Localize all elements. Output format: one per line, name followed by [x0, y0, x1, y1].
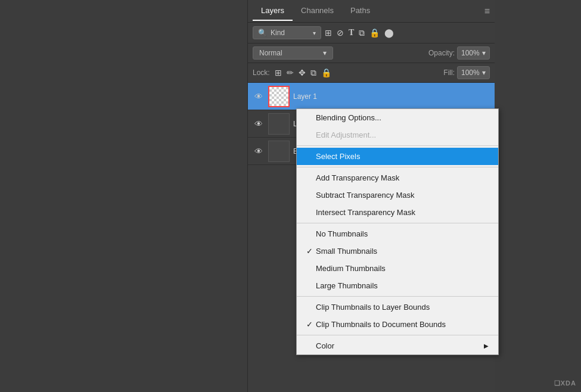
eye-icon[interactable]: 👁 — [253, 118, 265, 130]
panel-menu-icon[interactable]: ≡ — [484, 6, 490, 17]
menu-item-label: Subtract Transparency Mask — [316, 191, 414, 200]
lock-all-icon[interactable]: 🔒 — [321, 68, 331, 78]
layer-thumbnail — [268, 113, 290, 135]
kind-row: 🔍 Kind ▾ ⊞ ⊘ T ⧉ 🔒 ⬤ — [248, 23, 495, 43]
search-icon: 🔍 — [258, 29, 267, 37]
eye-icon[interactable]: 👁 — [253, 91, 265, 102]
opacity-value[interactable]: 100% ▾ — [457, 46, 490, 60]
kind-icon-shape[interactable]: ⧉ — [359, 28, 365, 38]
menu-item[interactable]: Color▶ — [297, 337, 498, 354]
fill-value[interactable]: 100% ▾ — [457, 66, 490, 79]
left-panel — [0, 0, 247, 392]
layer-item[interactable]: 👁 Layer 1 — [248, 83, 495, 110]
menu-divider — [297, 167, 498, 167]
tab-bar: Layers Channels Paths ≡ — [248, 0, 495, 23]
kind-icon-smart[interactable]: 🔒 — [369, 28, 380, 38]
lock-row: Lock: ⊞ ✏ ✥ ⧉ 🔒 Fill: 100% ▾ — [248, 63, 495, 83]
thumb-dark — [269, 141, 289, 161]
tab-paths[interactable]: Paths — [342, 1, 378, 21]
menu-item[interactable]: Select Pixels — [297, 148, 498, 165]
menu-item-label: Small Thumbnails — [316, 247, 377, 256]
xda-watermark: ❑XDA — [554, 379, 576, 387]
menu-item[interactable]: Subtract Transparency Mask — [297, 186, 498, 204]
menu-item-label: Blending Options... — [316, 113, 381, 122]
menu-submenu-arrow: ▶ — [484, 343, 489, 349]
menu-item-label: Large Thumbnails — [316, 281, 378, 290]
tab-layers[interactable]: Layers — [253, 1, 293, 21]
menu-checkmark: ✓ — [306, 247, 316, 256]
menu-divider — [297, 223, 498, 223]
menu-item-label: Clip Thumbnails to Document Bounds — [316, 320, 446, 329]
opacity-arrow: ▾ — [482, 49, 486, 57]
opacity-number: 100% — [461, 49, 480, 57]
menu-item[interactable]: ✓Clip Thumbnails to Document Bounds — [297, 316, 498, 333]
opacity-label: Opacity: — [428, 49, 455, 57]
lock-label: Lock: — [253, 69, 270, 77]
layer-thumbnail — [268, 141, 290, 162]
menu-item: Edit Adjustment... — [297, 126, 498, 144]
kind-icon-adjustment[interactable]: ⊘ — [337, 28, 344, 38]
kind-icons: ⊞ ⊘ T ⧉ 🔒 ⬤ — [325, 28, 394, 38]
blend-dropdown-arrow: ▾ — [323, 49, 327, 57]
fill-group: Fill: 100% ▾ — [443, 66, 490, 79]
kind-icon-type[interactable]: T — [349, 28, 354, 38]
menu-item-label: No Thumbnails — [316, 229, 368, 238]
menu-item-label: Medium Thumbnails — [316, 264, 386, 273]
menu-divider — [297, 145, 498, 146]
menu-item[interactable]: Clip Thumbnails to Layer Bounds — [297, 298, 498, 316]
menu-item[interactable]: ✓Small Thumbnails — [297, 242, 498, 260]
tab-channels[interactable]: Channels — [293, 1, 342, 21]
blend-mode-select[interactable]: Normal ▾ — [253, 46, 333, 60]
context-menu: Blending Options...Edit Adjustment...Sel… — [296, 108, 499, 355]
kind-select[interactable]: 🔍 Kind ▾ — [253, 26, 321, 39]
kind-icon-pixel[interactable]: ⬤ — [384, 28, 394, 38]
menu-item-label: Add Transparency Mask — [316, 173, 399, 182]
opacity-group: Opacity: 100% ▾ — [428, 46, 490, 60]
menu-item-label: Select Pixels — [316, 152, 360, 161]
menu-item-label: Edit Adjustment... — [316, 130, 376, 139]
tab-bar-left: Layers Channels Paths — [253, 1, 378, 21]
layer-name: Layer 1 — [293, 92, 490, 101]
menu-checkmark: ✓ — [306, 320, 316, 329]
kind-icon-image[interactable]: ⊞ — [325, 28, 332, 38]
kind-label: Kind — [271, 29, 285, 37]
menu-item-label: Intersect Transparency Mask — [316, 208, 415, 217]
lock-position-icon[interactable]: ✥ — [299, 68, 306, 78]
menu-divider — [297, 335, 498, 335]
thumb-dark — [269, 114, 289, 134]
menu-item[interactable]: Large Thumbnails — [297, 277, 498, 294]
menu-item[interactable]: No Thumbnails — [297, 225, 498, 242]
thumb-checker — [269, 87, 288, 106]
menu-item[interactable]: Medium Thumbnails — [297, 260, 498, 277]
menu-item[interactable]: Intersect Transparency Mask — [297, 204, 498, 221]
menu-item[interactable]: Blending Options... — [297, 109, 498, 126]
lock-transparent-icon[interactable]: ⊞ — [275, 68, 282, 78]
lock-image-icon[interactable]: ✏ — [287, 68, 294, 78]
kind-dropdown-arrow: ▾ — [313, 30, 316, 36]
menu-item-label: Clip Thumbnails to Layer Bounds — [316, 303, 430, 312]
fill-label: Fill: — [443, 69, 455, 77]
lock-artboard-icon[interactable]: ⧉ — [310, 68, 316, 78]
blending-row: Normal ▾ Opacity: 100% ▾ — [248, 43, 495, 63]
fill-arrow: ▾ — [482, 69, 486, 77]
blend-mode-value: Normal — [259, 49, 282, 57]
menu-divider — [297, 296, 498, 297]
fill-number: 100% — [461, 69, 480, 77]
menu-item[interactable]: Add Transparency Mask — [297, 169, 498, 186]
layer-thumbnail — [268, 86, 290, 107]
lock-icons: ⊞ ✏ ✥ ⧉ 🔒 — [275, 68, 331, 78]
eye-icon[interactable]: 👁 — [253, 145, 265, 157]
menu-item-label: Color — [316, 341, 334, 350]
